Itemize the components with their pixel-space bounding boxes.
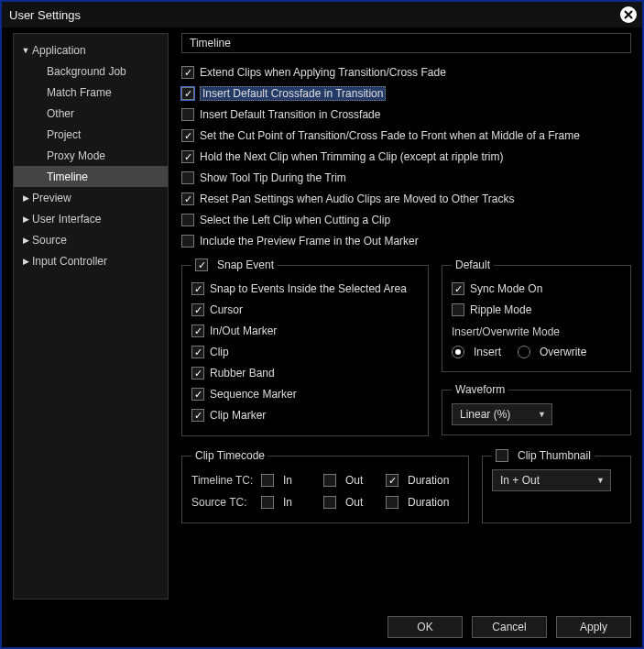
radio-overwrite[interactable] <box>518 346 530 358</box>
checkbox-label: Insert Default Transition in Crossfade <box>200 108 380 121</box>
checkbox-snap-seqmark[interactable] <box>191 388 204 401</box>
close-button[interactable] <box>620 6 637 23</box>
button-label: Apply <box>580 621 607 633</box>
checkbox-timeline-out[interactable] <box>323 474 336 487</box>
checkbox-label: In/Out Marker <box>210 324 277 337</box>
checkbox-source-in[interactable] <box>261 496 274 509</box>
checkbox-snap-inout[interactable] <box>191 324 204 337</box>
checkbox-insert-transition[interactable] <box>181 108 194 121</box>
checkbox-label: Sync Mode On <box>470 282 542 295</box>
checkbox-snap-inside[interactable] <box>191 282 204 295</box>
checkbox-reset-pan[interactable] <box>181 192 194 205</box>
cancel-button[interactable]: Cancel <box>472 616 547 638</box>
tree-item-user-interface[interactable]: ▶ User Interface <box>14 208 168 229</box>
select-value: Linear (%) <box>460 408 510 421</box>
window-title: User Settings <box>9 8 81 22</box>
tree-label: Preview <box>32 192 71 204</box>
tree-item-proxy-mode[interactable]: Proxy Mode <box>14 145 168 166</box>
tree-item-other[interactable]: Other <box>14 103 168 124</box>
button-label: Cancel <box>492 621 526 633</box>
tree-label: Proxy Mode <box>47 149 105 162</box>
checkbox-timeline-in[interactable] <box>261 474 274 487</box>
checkbox-label: Reset Pan Settings when Audio Clips are … <box>200 192 515 205</box>
checkbox-select-left[interactable] <box>181 214 194 226</box>
checkbox-label: Show Tool Tip During the Trim <box>200 171 346 184</box>
tree-label: Background Job <box>47 65 126 78</box>
clip-thumbnail-select[interactable]: In + Out ▼ <box>492 469 611 491</box>
tree-label: Timeline <box>47 170 88 183</box>
radio-insert[interactable] <box>452 346 464 358</box>
tree-item-source[interactable]: ▶ Source <box>14 229 168 250</box>
checkbox-snap-event[interactable] <box>195 258 208 271</box>
checkbox-snap-cursor[interactable] <box>191 303 204 316</box>
checkbox-hold-next[interactable] <box>181 150 194 163</box>
chevron-down-icon: ▼ <box>19 46 32 55</box>
checkbox-label: Out <box>345 474 363 487</box>
tree-label: Input Controller <box>32 255 107 268</box>
checkbox-label: Sequence Marker <box>210 388 297 401</box>
checkbox-label: Ripple Mode <box>470 303 531 316</box>
checkbox-source-duration[interactable] <box>386 496 398 509</box>
checkbox-label: Rubber Band <box>210 367 275 380</box>
clip-timecode-group: Clip Timecode Timeline TC: In Out Durati… <box>181 449 469 523</box>
snap-event-group: Snap Event Snap to Events Inside the Sel… <box>181 258 429 436</box>
tree-label: Project <box>47 128 81 141</box>
checkbox-label: In <box>283 474 292 487</box>
chevron-down-icon: ▼ <box>596 476 605 485</box>
group-legend: Clip Thumbnail <box>518 449 591 462</box>
checkbox-label: Clip <box>210 346 229 358</box>
waveform-group: Waveform Linear (%) ▼ <box>442 383 631 435</box>
tree-item-application[interactable]: ▼ Application <box>14 39 168 60</box>
tree-label: Other <box>47 107 74 120</box>
checkbox-label: Snap to Events Inside the Selected Area <box>210 282 407 295</box>
subheading: Insert/Overwrite Mode <box>452 325 621 338</box>
checkbox-label: Include the Preview Frame in the Out Mar… <box>200 235 419 248</box>
checkbox-extend-clips[interactable] <box>181 66 194 79</box>
checkbox-clip-thumbnail[interactable] <box>496 449 508 462</box>
checkbox-label: Set the Cut Point of Transition/Cross Fa… <box>200 129 580 142</box>
close-icon <box>624 10 633 19</box>
checkbox-show-tooltip[interactable] <box>181 171 194 184</box>
dialog-buttons: OK Cancel Apply <box>387 616 631 638</box>
tree-item-input-controller[interactable]: ▶ Input Controller <box>14 250 168 271</box>
checkbox-snap-rubber[interactable] <box>191 367 204 380</box>
checkbox-label: In <box>283 496 292 509</box>
checkbox-label: Duration <box>408 474 449 487</box>
chevron-right-icon: ▶ <box>19 193 32 203</box>
chevron-right-icon: ▶ <box>19 236 32 245</box>
tree-item-preview[interactable]: ▶ Preview <box>14 187 168 208</box>
row-label: Source TC: <box>191 496 257 509</box>
checkbox-label: Out <box>345 496 363 509</box>
settings-panel: Timeline Extend Clips when Applying Tran… <box>169 33 631 600</box>
group-legend: Default <box>452 258 494 271</box>
checkbox-cut-point[interactable] <box>181 129 194 142</box>
waveform-select[interactable]: Linear (%) ▼ <box>452 403 552 425</box>
chevron-right-icon: ▶ <box>19 257 32 266</box>
settings-tree: ▼ Application Background Job Match Frame… <box>13 33 169 600</box>
checkbox-source-out[interactable] <box>323 496 336 509</box>
checkbox-insert-crossfade[interactable] <box>181 87 194 100</box>
checkbox-label: Cursor <box>210 303 243 316</box>
checkbox-timeline-duration[interactable] <box>386 474 398 487</box>
titlebar: User Settings <box>2 2 642 28</box>
ok-button[interactable]: OK <box>387 616 463 638</box>
checkbox-sync-mode[interactable] <box>452 282 464 295</box>
tree-item-timeline[interactable]: Timeline <box>14 166 168 187</box>
checkbox-label: Extend Clips when Applying Transition/Cr… <box>200 66 446 79</box>
chevron-down-icon: ▼ <box>538 410 546 419</box>
tree-item-match-frame[interactable]: Match Frame <box>14 82 168 103</box>
chevron-right-icon: ▶ <box>19 214 32 224</box>
checkbox-snap-clipmark[interactable] <box>191 409 204 422</box>
tree-label: Source <box>32 234 67 247</box>
tree-item-project[interactable]: Project <box>14 124 168 145</box>
radio-label: Insert <box>474 346 501 358</box>
breadcrumb-text: Timeline <box>190 37 231 50</box>
row-label: Timeline TC: <box>191 474 257 487</box>
checkbox-label: Hold the Next Clip when Trimming a Clip … <box>200 150 503 163</box>
radio-label: Overwrite <box>540 346 586 358</box>
tree-item-background-job[interactable]: Background Job <box>14 60 168 82</box>
apply-button[interactable]: Apply <box>556 616 631 638</box>
checkbox-ripple-mode[interactable] <box>452 303 464 316</box>
checkbox-include-preview[interactable] <box>181 235 194 248</box>
checkbox-snap-clip[interactable] <box>191 346 204 358</box>
